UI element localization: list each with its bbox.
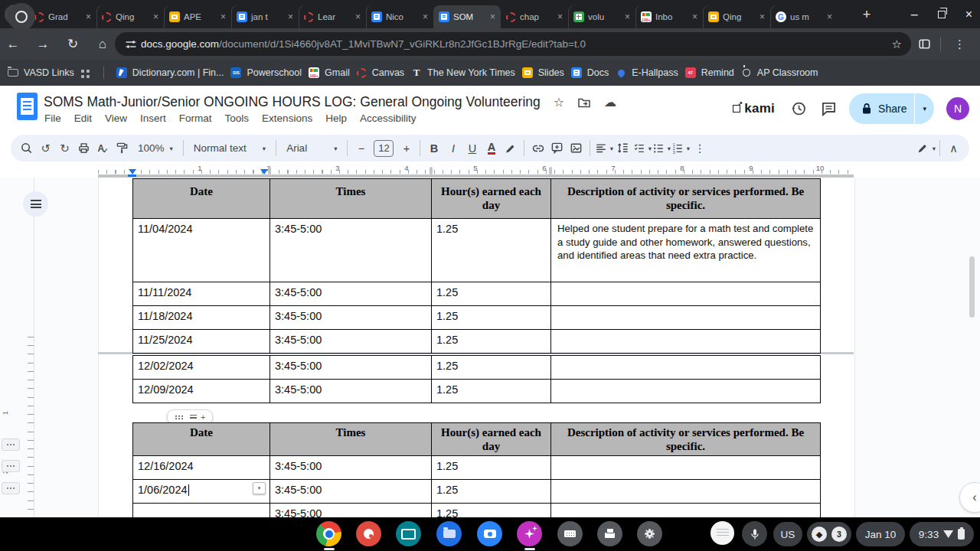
spell-check-button[interactable]: A✓	[93, 139, 113, 158]
line-spacing-button[interactable]	[613, 139, 632, 158]
document-status-cloud-icon[interactable]: ☁	[604, 95, 616, 109]
reload-button[interactable]: ↻	[66, 36, 80, 52]
table-cell[interactable]	[551, 504, 821, 518]
increase-font-size-button[interactable]: +	[397, 139, 416, 158]
add-row-icon[interactable]: +	[201, 412, 205, 422]
close-window-button[interactable]: ×	[965, 8, 972, 21]
align-button[interactable]: ▾	[594, 139, 613, 158]
table-quick-action-icon[interactable]	[190, 415, 197, 420]
col-header-date[interactable]: Date	[133, 423, 270, 456]
tab-close-icon[interactable]: ×	[355, 11, 361, 22]
table-cell[interactable]: 3:45-5:00	[270, 456, 432, 480]
paint-format-button[interactable]	[113, 139, 132, 158]
browser-tab-volu[interactable]: volu×	[568, 5, 635, 28]
hide-menus-button[interactable]: ∧	[944, 139, 963, 158]
highlight-color-button[interactable]	[501, 139, 520, 158]
kami-extension-button[interactable]: ↗ kami	[733, 101, 775, 116]
menu-format[interactable]: Format	[179, 112, 212, 124]
table-cell[interactable]: 3:45-5:00	[270, 480, 432, 504]
bookmark-nyt[interactable]: TThe New York Times	[411, 67, 515, 78]
tab-close-icon[interactable]: ×	[692, 11, 697, 22]
table-row-handle[interactable]	[2, 482, 20, 494]
editing-mode-button[interactable]: ▾	[916, 139, 936, 158]
table-cell[interactable]: 3:45-5:00	[270, 219, 432, 282]
bookmark-canvas[interactable]: Canvas	[357, 67, 404, 78]
forward-button[interactable]: →	[36, 37, 50, 52]
paragraph-style-select[interactable]: Normal text▾	[188, 139, 272, 158]
table-cell[interactable]: 3:45-5:00	[270, 330, 432, 354]
tab-close-icon[interactable]: ×	[625, 11, 630, 22]
share-button[interactable]: Share ▾	[849, 93, 934, 124]
account-avatar[interactable]: N	[946, 97, 969, 120]
print-app-icon[interactable]	[597, 521, 622, 546]
table-cell[interactable]: 1.25	[432, 504, 551, 518]
font-select[interactable]: Arial▾	[280, 139, 343, 158]
tab-close-icon[interactable]: ×	[760, 11, 765, 22]
screenshot-thumbnail[interactable]	[710, 521, 734, 545]
table-cell[interactable]: 1.25	[432, 480, 551, 504]
menu-tools[interactable]: Tools	[225, 112, 250, 124]
bookmark-vasd-links[interactable]: VASD Links	[8, 67, 74, 78]
minimize-button[interactable]: –	[911, 8, 918, 21]
insert-image-button[interactable]	[567, 139, 586, 158]
home-button[interactable]: ⌂	[96, 37, 109, 52]
canvas-app-icon[interactable]	[356, 521, 381, 546]
restore-window-button[interactable]	[938, 11, 946, 18]
browser-tab-usm[interactable]: Gus m×	[770, 5, 838, 28]
table-cell[interactable]: 1.25	[432, 356, 551, 380]
table-cell[interactable]: 1.25	[432, 219, 551, 282]
col-header-description[interactable]: Description of activity or services perf…	[551, 423, 821, 456]
table-cell[interactable]: 3:45-5:00	[270, 282, 432, 306]
tab-close-icon[interactable]: ×	[557, 11, 563, 22]
table-column-handle[interactable]	[268, 167, 271, 174]
insert-link-button[interactable]	[528, 139, 547, 158]
camera-app-icon[interactable]	[477, 521, 502, 546]
calendar-button[interactable]: Jan 10	[856, 522, 905, 546]
google-docs-logo[interactable]	[17, 93, 38, 120]
apps-grid-icon[interactable]	[81, 70, 84, 73]
tab-close-icon[interactable]: ×	[827, 11, 832, 22]
photos-app-icon[interactable]	[517, 521, 542, 546]
table-drag-handle-icon[interactable]	[175, 415, 183, 420]
table-cell[interactable]: 1.25	[432, 456, 551, 480]
table-cell-active[interactable]: 1/06/2024 ▾	[133, 480, 270, 504]
table-cell[interactable]	[551, 456, 821, 480]
tab-close-icon[interactable]: ×	[423, 11, 428, 22]
files-app-icon[interactable]	[436, 521, 462, 546]
menu-insert[interactable]: Insert	[140, 112, 166, 124]
print-button[interactable]	[74, 139, 93, 158]
redo-button[interactable]: ↻	[55, 139, 74, 158]
table-cell[interactable]: 12/02/2024	[133, 356, 270, 380]
date-chip-dropdown[interactable]: ▾	[253, 482, 266, 494]
menu-extensions[interactable]: Extensions	[262, 112, 312, 124]
browser-tab-nico[interactable]: Nico×	[366, 5, 433, 28]
back-button[interactable]: ←	[6, 37, 20, 52]
table-cell[interactable]: 11/18/2024	[133, 306, 270, 330]
menu-view[interactable]: View	[105, 112, 127, 124]
table-cell[interactable]	[551, 480, 821, 504]
underline-button[interactable]: U	[462, 139, 482, 158]
table-column-handle[interactable]	[549, 167, 552, 174]
keyboard-app-icon[interactable]	[557, 521, 583, 546]
table-cell[interactable]: 3:45-5:00	[270, 306, 432, 330]
table-cell[interactable]: 12/09/2024	[133, 380, 270, 403]
chrome-app-icon[interactable]	[316, 521, 341, 546]
table-row-handle[interactable]	[2, 439, 20, 451]
indent-marker[interactable]	[129, 169, 136, 174]
tab-stop-marker[interactable]	[260, 169, 268, 174]
insert-comment-button[interactable]	[547, 139, 567, 158]
screencast-app-icon[interactable]	[396, 521, 421, 546]
decrease-font-size-button[interactable]: −	[351, 139, 371, 158]
text-color-button[interactable]: A	[482, 139, 501, 158]
table-cell[interactable]: 1.25	[432, 282, 551, 306]
browser-tab-chap[interactable]: chap×	[501, 5, 568, 28]
table-cell[interactable]: 3:45-5:00	[270, 380, 432, 403]
table-cell[interactable]: Helped one student prepare for a math te…	[551, 219, 821, 282]
version-history-icon[interactable]	[790, 100, 807, 117]
move-folder-icon[interactable]	[577, 96, 591, 109]
table-row-handle[interactable]	[2, 460, 20, 472]
omnibox[interactable]: docs.google.com/document/d/1Si4660jv8AT_…	[115, 32, 911, 56]
comments-icon[interactable]	[821, 101, 837, 117]
star-document-icon[interactable]: ☆	[554, 95, 564, 109]
table-cell[interactable]	[551, 356, 821, 380]
